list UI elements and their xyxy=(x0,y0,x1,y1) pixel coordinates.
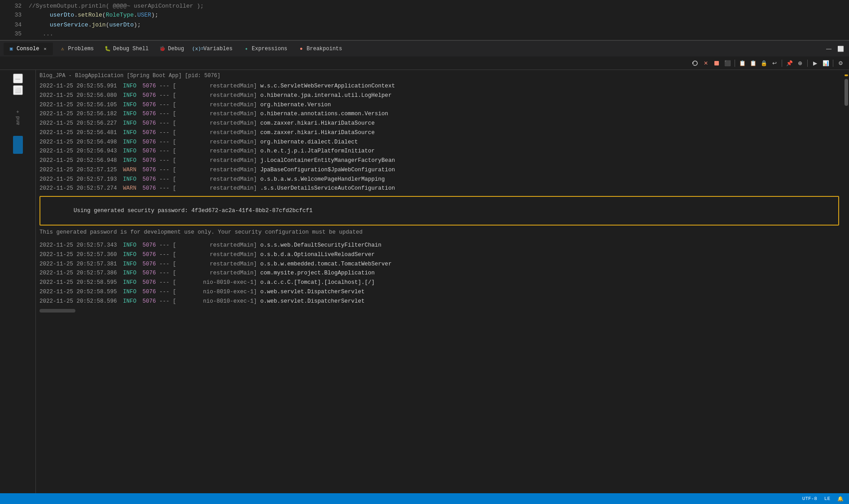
problems-icon: ⚠ xyxy=(59,46,66,52)
stop-button[interactable]: ✕ xyxy=(701,58,711,68)
security-password-text: Using generated security password: 4f3ed… xyxy=(74,208,313,214)
maximize-button[interactable]: ⬜ xyxy=(836,44,845,54)
restore-button[interactable]: ⬜ xyxy=(13,85,23,95)
collapse-button[interactable]: — xyxy=(13,74,23,83)
log-line-a4: 2022-11-25 20:52:57.386 INFO 5076 --- [ … xyxy=(36,269,843,278)
log-line-11: 2022-11-25 20:52:57.193 INFO 5076 --- [ … xyxy=(36,175,843,184)
console-output[interactable]: Blog_JPA - BlogApplication [Spring Boot … xyxy=(36,70,843,493)
log-line-7: 2022-11-25 20:52:56.498 INFO 5076 --- [ … xyxy=(36,138,843,147)
open-console-button[interactable]: ▶ xyxy=(810,58,820,68)
vertical-scrollbar-area xyxy=(843,70,849,493)
log-line-12: 2022-11-25 20:52:57.274 WARN 5076 --- [ … xyxy=(36,184,843,193)
log-line-3: 2022-11-25 20:52:56.105 INFO 5076 --- [ … xyxy=(36,100,843,110)
vertical-scrollbar-thumb[interactable] xyxy=(845,79,848,106)
display-button[interactable]: 📊 xyxy=(821,58,831,68)
tab-breakpoints-label: Breakpoints xyxy=(306,46,342,52)
log-line-2: 2022-11-25 20:52:56.080 INFO 5076 --- [ … xyxy=(36,91,843,100)
code-editor: 32 //SystemOutput.println( @@@@~ userApi… xyxy=(0,0,849,40)
expressions-icon: ✦ xyxy=(243,46,249,52)
side-label-text: and + xyxy=(15,110,21,125)
log-line-a2: 2022-11-25 20:52:57.360 INFO 5076 --- [ … xyxy=(36,250,843,260)
app-info-line: Blog_JPA - BlogApplication [Spring Boot … xyxy=(36,72,843,82)
toolbar-sep-3 xyxy=(807,60,808,67)
tab-expressions-label: Expressions xyxy=(252,46,287,52)
log-line-8: 2022-11-25 20:52:56.943 INFO 5076 --- [ … xyxy=(36,147,843,156)
side-panel: — ⬜ and + xyxy=(0,70,36,493)
disconnect-button[interactable]: ⬛ xyxy=(722,58,732,68)
status-bar: UTF-8 LE 🔔 xyxy=(0,493,849,504)
breakpoints-icon: ● xyxy=(298,46,304,52)
scroll-lock-button[interactable]: 🔒 xyxy=(759,58,769,68)
log-line-a6: 2022-11-25 20:52:58.595 INFO 5076 --- [ … xyxy=(36,287,843,297)
console-main: — ⬜ and + Blog_JPA - BlogApplication [Sp… xyxy=(0,70,849,493)
tab-variables[interactable]: (x)= Variables xyxy=(190,43,237,55)
minimize-button[interactable]: — xyxy=(824,44,834,54)
tab-expressions[interactable]: ✦ Expressions xyxy=(239,43,292,55)
variables-icon: (x)= xyxy=(195,46,201,52)
tab-debug-shell-label: Debug Shell xyxy=(113,46,149,52)
log-line-5: 2022-11-25 20:52:56.227 INFO 5076 --- [ … xyxy=(36,119,843,128)
console-icon: ▣ xyxy=(8,46,14,52)
toolbar-sep-1 xyxy=(735,60,735,67)
tab-debug-shell[interactable]: 🐛 Debug Shell xyxy=(100,43,153,55)
log-line-6: 2022-11-25 20:52:56.481 INFO 5076 --- [ … xyxy=(36,128,843,138)
security-password-box: Using generated security password: 4f3ed… xyxy=(39,196,839,226)
toolbar-sep-2 xyxy=(782,60,782,67)
tab-breakpoints[interactable]: ● Breakpoints xyxy=(293,43,346,55)
log-line-a7: 2022-11-25 20:52:58.596 INFO 5076 --- [ … xyxy=(36,297,843,306)
tab-problems-label: Problems xyxy=(68,46,94,52)
paste-button[interactable]: 📋 xyxy=(748,58,758,68)
log-line-1: 2022-11-25 20:52:55.991 INFO 5076 --- [ … xyxy=(36,82,843,91)
status-line-ending: LE xyxy=(824,496,830,501)
tab-debug-label: Debug xyxy=(168,46,184,52)
word-wrap-button[interactable]: ↩ xyxy=(770,58,779,68)
dev-warning-text: This generated password is for developme… xyxy=(36,228,843,236)
restart-button[interactable] xyxy=(690,58,700,68)
log-line-a3: 2022-11-25 20:52:57.381 INFO 5076 --- [ … xyxy=(36,260,843,269)
tab-bar: ▣ Console ✕ ⚠ Problems 🐛 Debug Shell 🐞 D… xyxy=(0,40,849,56)
settings-button[interactable]: ⚙ xyxy=(836,58,845,68)
tab-console[interactable]: ▣ Console ✕ xyxy=(4,43,53,55)
new-console-button[interactable]: ⊕ xyxy=(795,58,805,68)
log-line-a1: 2022-11-25 20:52:57.343 INFO 5076 --- [ … xyxy=(36,241,843,250)
bottom-panel: ▣ Console ✕ ⚠ Problems 🐛 Debug Shell 🐞 D… xyxy=(0,40,849,493)
scrollbar-marker xyxy=(845,74,848,76)
tab-variables-label: Variables xyxy=(203,46,232,52)
console-toolbar: ✕ ⬛ 📋 📋 🔒 ↩ 📌 ⊕ ▶ 📊 ⚙ xyxy=(0,56,849,70)
side-selection-indicator xyxy=(13,136,23,154)
copy-button[interactable]: 📋 xyxy=(737,58,747,68)
status-encoding: UTF-8 xyxy=(802,496,817,501)
tab-debug[interactable]: 🐞 Debug xyxy=(155,43,188,55)
pin-button[interactable]: 📌 xyxy=(784,58,794,68)
horizontal-scrollbar[interactable] xyxy=(39,309,75,313)
log-line-9: 2022-11-25 20:52:56.948 INFO 5076 --- [ … xyxy=(36,156,843,165)
log-line-10: 2022-11-25 20:52:57.125 WARN 5076 --- [ … xyxy=(36,165,843,175)
code-line-34: 34 userService.join(userDto); xyxy=(0,20,849,30)
tab-console-label: Console xyxy=(17,46,39,52)
log-line-a5: 2022-11-25 20:52:58.595 INFO 5076 --- [ … xyxy=(36,278,843,287)
code-line-35: 35 ... xyxy=(0,30,849,39)
log-line-4: 2022-11-25 20:52:56.182 INFO 5076 --- [ … xyxy=(36,109,843,119)
terminate-button[interactable] xyxy=(712,58,722,68)
debug-shell-icon: 🐛 xyxy=(105,46,111,52)
toolbar-sep-4 xyxy=(833,60,833,67)
tab-console-close[interactable]: ✕ xyxy=(41,45,48,52)
status-notifications: 🔔 xyxy=(837,496,844,502)
debug-icon: 🐞 xyxy=(159,46,166,52)
tab-problems[interactable]: ⚠ Problems xyxy=(55,43,98,55)
